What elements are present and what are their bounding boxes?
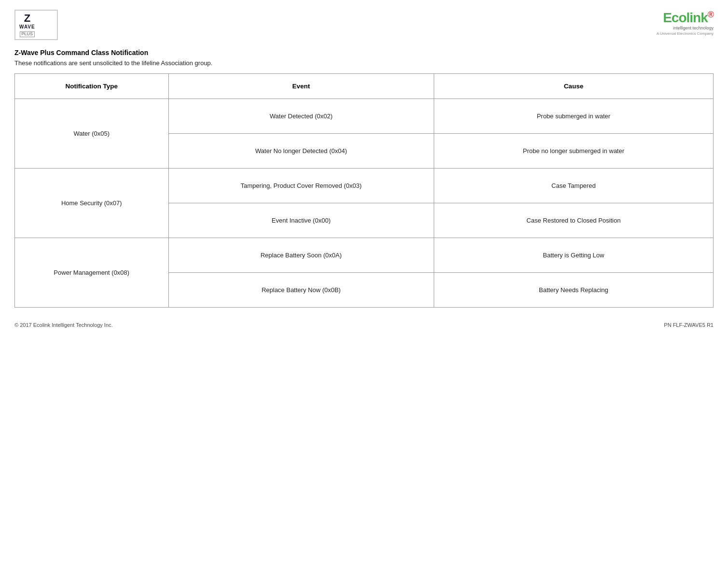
event-cell-water-no-longer: Water No longer Detected (0x04) [168,134,434,169]
page-footer: © 2017 Ecolink Intelligent Technology In… [14,322,714,328]
cause-cell-case-tampered: Case Tampered [434,169,713,203]
ecolink-logo: Ecolink® intelligent technology A Univer… [657,10,714,36]
table-header-row: Notification Type Event Cause [15,74,714,99]
col-header-type: Notification Type [15,74,169,99]
event-cell-tampering: Tampering, Product Cover Removed (0x03) [168,169,434,203]
cause-cell-probe-submerged: Probe submerged in water [434,99,713,134]
type-cell-home-security: Home Security (0x07) [15,169,169,238]
ecolink-subtag: A Universal Electronics Company [657,31,714,36]
cause-cell-probe-not-submerged: Probe no longer submerged in water [434,134,713,169]
event-cell-water-detected: Water Detected (0x02) [168,99,434,134]
col-header-event: Event [168,74,434,99]
page-title: Z-Wave Plus Command Class Notification [14,49,714,56]
table-row: Home Security (0x07) Tampering, Product … [15,169,714,203]
zwave-logo-z: Z [19,13,35,24]
footer-copyright: © 2017 Ecolink Intelligent Technology In… [14,322,113,328]
cause-cell-battery-low: Battery is Getting Low [434,238,713,273]
ecolink-registered-icon: ® [708,10,714,19]
page-subtitle: These notifications are sent unsolicited… [14,59,714,67]
notification-table: Notification Type Event Cause Water (0x0… [14,73,714,308]
cause-cell-battery-replacing: Battery Needs Replacing [434,273,713,308]
ecolink-tagline: intelligent technology [657,26,714,31]
page-header: Z WAVE PLUS Ecolink® intelligent technol… [14,10,714,40]
col-header-cause: Cause [434,74,713,99]
type-cell-power: Power Management (0x08) [15,238,169,308]
ecolink-green-text2: link [687,10,708,25]
ecolink-green-text: Eco [663,10,686,25]
table-row: Power Management (0x08) Replace Battery … [15,238,714,273]
ecolink-brand-text: Ecolink® [657,10,714,26]
event-cell-replace-soon: Replace Battery Soon (0x0A) [168,238,434,273]
zwave-logo: Z WAVE PLUS [14,10,58,40]
table-row: Water (0x05) Water Detected (0x02) Probe… [15,99,714,134]
footer-part-number: PN FLF-ZWAVE5 R1 [664,322,714,328]
zwave-logo-plus: PLUS [20,31,35,37]
zwave-logo-wave: WAVE [19,24,35,29]
type-cell-water: Water (0x05) [15,99,169,169]
cause-cell-case-restored: Case Restored to Closed Position [434,203,713,238]
event-cell-inactive: Event Inactive (0x00) [168,203,434,238]
event-cell-replace-now: Replace Battery Now (0x0B) [168,273,434,308]
